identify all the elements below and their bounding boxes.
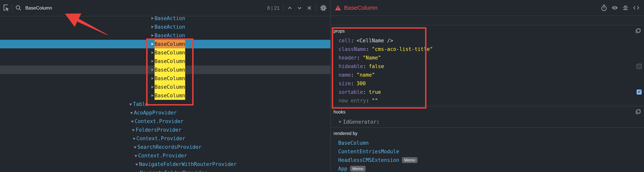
prop-checkbox-checked[interactable]	[636, 90, 642, 94]
tree-caret-icon[interactable]	[151, 25, 154, 28]
tree-row[interactable]: BaseAction	[0, 22, 330, 31]
rendered-by-item[interactable]: HeadlessCMSExtension Memo	[331, 156, 644, 164]
tree-row[interactable]: BaseColumn	[0, 74, 330, 83]
prop-value[interactable]: "cms-aco-list-title"	[372, 46, 433, 52]
tree-row[interactable]: Context.Provider	[0, 117, 330, 126]
prop-value[interactable]: true	[369, 89, 381, 95]
tree-caret-icon[interactable]	[136, 171, 139, 172]
tree-row[interactable]: BaseColumn	[0, 57, 330, 66]
rendered-by-component-name: ContentEntriesModule	[338, 148, 399, 154]
component-tree: BaseAction BaseAction BaseAction BaseCol…	[0, 16, 330, 172]
hook-name: IdGenerator	[343, 119, 376, 125]
hook-caret-icon[interactable]	[338, 120, 342, 124]
tree-caret-icon[interactable]	[151, 86, 154, 88]
tree-row[interactable]: FoldersProvider	[0, 126, 330, 134]
component-name: BaseAction	[154, 31, 185, 40]
log-to-console-button[interactable]	[622, 4, 629, 12]
search-input[interactable]: BaseColumn	[25, 5, 52, 11]
prop-key: className	[338, 46, 366, 52]
inspect-element-icon	[2, 4, 10, 12]
toolbar-divider	[283, 4, 284, 12]
copy-props-button[interactable]	[635, 28, 641, 34]
tree-caret-icon[interactable]	[130, 111, 133, 114]
tree-caret-icon[interactable]	[151, 17, 154, 20]
prop-row[interactable]: new entry: ""	[331, 96, 644, 105]
next-result-button[interactable]	[296, 4, 303, 12]
rendered-by-section: rendered by BaseColumn ContentEntriesMod…	[331, 128, 644, 172]
settings-button[interactable]	[320, 4, 327, 12]
tree-caret-icon[interactable]	[132, 137, 136, 140]
prop-colon: :	[366, 98, 369, 104]
inspect-element-button[interactable]	[2, 4, 10, 12]
prop-row[interactable]: sortable: true	[331, 88, 644, 96]
tree-caret-icon[interactable]	[151, 77, 154, 80]
components-toolbar: BaseColumn 8 | 21	[0, 0, 330, 16]
selected-component-title: BaseColumn	[344, 4, 378, 11]
component-name: BaseAction	[154, 22, 185, 31]
tree-row[interactable]: AcoAppProvider	[0, 108, 330, 117]
prop-row[interactable]: hideable: false	[331, 62, 644, 70]
prop-value[interactable]: "Name"	[363, 55, 381, 61]
prop-row[interactable]: className: "cms-aco-list-title"	[331, 45, 644, 54]
tree-row[interactable]: BaseAction	[0, 16, 330, 22]
tree-caret-icon[interactable]	[151, 68, 154, 71]
props-section-label: props	[334, 28, 345, 34]
tree-caret-icon[interactable]	[151, 94, 154, 97]
suspend-component-button[interactable]	[600, 4, 608, 12]
prop-value[interactable]: 300	[356, 80, 366, 86]
code-brackets-icon	[632, 4, 640, 11]
prop-value[interactable]: ""	[372, 98, 378, 104]
component-name: Table	[133, 100, 148, 108]
tree-caret-icon[interactable]	[135, 163, 138, 166]
previous-result-button[interactable]	[286, 4, 293, 12]
rendered-by-item[interactable]: App Memo	[331, 164, 644, 172]
view-source-button[interactable]	[632, 4, 640, 11]
copy-hooks-button[interactable]	[635, 108, 641, 115]
tree-caret-icon[interactable]	[151, 34, 154, 37]
tree-row[interactable]: BaseColumn	[0, 66, 330, 74]
tree-row[interactable]: Context.Provider	[0, 134, 330, 143]
prop-checkbox-unchecked[interactable]	[636, 64, 642, 69]
copy-icon	[635, 28, 641, 34]
stopwatch-icon	[600, 4, 608, 12]
tree-row[interactable]: BaseColumn	[0, 83, 330, 91]
component-name: AcoAppProvider	[134, 108, 176, 117]
tree-caret-icon[interactable]	[129, 102, 132, 106]
component-name: NavigateFolderWithRouterProvider	[139, 160, 237, 168]
tree-row[interactable]: BaseAction	[0, 31, 330, 40]
component-name: NavigateFolderProvider	[140, 168, 207, 172]
tree-row[interactable]: NavigateFolderProvider	[0, 168, 330, 172]
rendered-by-item[interactable]: ContentEntriesModule	[331, 147, 644, 156]
prop-key: cell	[338, 38, 351, 44]
tree-row[interactable]: NavigateFolderWithRouterProvider	[0, 160, 330, 168]
hook-row[interactable]: IdGenerator:	[331, 118, 644, 126]
copy-icon	[635, 108, 641, 115]
eye-icon	[611, 4, 619, 12]
component-name: Context.Provider	[136, 134, 185, 143]
prop-value[interactable]: false	[369, 64, 384, 69]
clear-search-button[interactable]	[306, 4, 313, 12]
prop-row[interactable]: header: "Name"	[331, 54, 644, 62]
tree-caret-icon[interactable]	[132, 128, 135, 132]
tree-caret-icon[interactable]	[151, 51, 154, 54]
prop-value[interactable]: "name"	[356, 72, 375, 78]
prop-value[interactable]: <CellName />	[356, 38, 393, 44]
tree-caret-icon[interactable]	[151, 42, 154, 46]
tree-caret-icon[interactable]	[134, 154, 138, 157]
toolbar-divider	[316, 4, 316, 12]
prop-row[interactable]: name: "name"	[331, 70, 644, 79]
tree-row[interactable]: BaseColumn	[0, 91, 330, 100]
tree-caret-icon[interactable]	[131, 120, 134, 123]
inspect-dom-button[interactable]	[611, 4, 619, 12]
tree-row[interactable]: Table	[0, 100, 330, 108]
tree-caret-icon[interactable]	[151, 60, 154, 63]
prop-key: sortable	[338, 89, 363, 95]
tree-caret-icon[interactable]	[134, 146, 137, 148]
tree-row[interactable]: Context.Provider	[0, 151, 330, 160]
tree-row[interactable]: SearchRecordsProvider	[0, 143, 330, 151]
prop-row[interactable]: size: 300	[331, 79, 644, 88]
tree-row[interactable]: BaseColumn	[0, 40, 330, 48]
rendered-by-item[interactable]: BaseColumn	[331, 139, 644, 147]
tree-row[interactable]: BaseColumn	[0, 48, 330, 57]
prop-row[interactable]: cell: <CellName />	[331, 36, 644, 45]
